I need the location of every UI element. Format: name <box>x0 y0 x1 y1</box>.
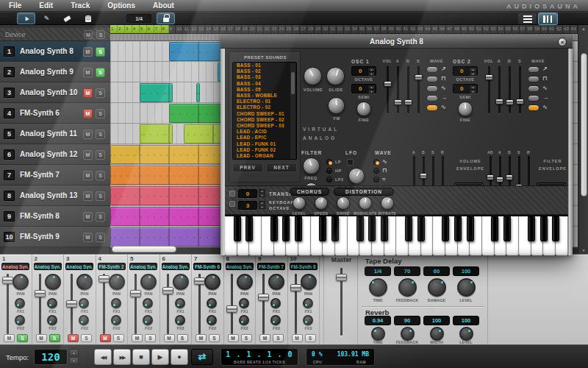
lfo-wave-radio[interactable] <box>373 168 379 174</box>
fx2-send-knob[interactable] <box>239 315 249 325</box>
channel-fader-thumb[interactable] <box>162 287 173 294</box>
slider-thumb[interactable] <box>516 99 524 105</box>
black-key[interactable] <box>295 216 302 241</box>
step-down-icon[interactable]: ▼ <box>470 72 476 76</box>
channel-fader-thumb[interactable] <box>35 290 46 297</box>
stop-button[interactable]: ■ <box>132 349 150 365</box>
black-key[interactable] <box>282 216 290 241</box>
channel-solo-button[interactable]: S <box>113 334 124 342</box>
fx1-send-knob[interactable] <box>270 298 281 308</box>
osc2-wave-button[interactable] <box>528 76 539 82</box>
fx1-send-knob[interactable] <box>175 298 185 308</box>
fx1-send-knob[interactable] <box>207 298 217 308</box>
master-fader[interactable] <box>340 268 343 336</box>
fx1-send-knob[interactable] <box>143 298 153 308</box>
osc1-d-slider[interactable] <box>404 66 412 113</box>
channel-fader-thumb[interactable] <box>290 284 301 291</box>
channel-solo-button[interactable]: S <box>209 334 220 342</box>
rewind-button[interactable]: ◀◀ <box>94 349 112 365</box>
lfo-speed-knob[interactable] <box>348 168 365 184</box>
clip[interactable] <box>140 124 173 144</box>
snap-value-dropdown[interactable]: 1/4 <box>126 14 151 23</box>
channel-fader[interactable] <box>71 274 73 334</box>
channel-mute-button[interactable]: M <box>36 334 47 342</box>
preset-item[interactable]: BASS - 03 <box>233 74 296 80</box>
preset-item[interactable]: ELECTRO - 02 <box>233 105 296 110</box>
channel-fader[interactable] <box>295 274 297 334</box>
tempo-down-icon[interactable]: ▼ <box>69 357 79 364</box>
osc1-wave-button[interactable] <box>426 105 438 111</box>
pan-knob[interactable] <box>76 274 93 290</box>
filter-mode-radio[interactable] <box>326 159 332 165</box>
pan-knob[interactable] <box>45 274 61 290</box>
slider-thumb[interactable] <box>485 74 493 80</box>
preset-item[interactable]: BASS - 01 <box>233 63 296 68</box>
step-up-icon[interactable]: ▲ <box>368 85 375 89</box>
osc1-wave-button[interactable] <box>426 66 438 73</box>
black-key[interactable] <box>245 216 253 241</box>
preset-item[interactable]: BASS - 04 <box>233 81 296 87</box>
black-key[interactable] <box>540 216 548 241</box>
track-row[interactable]: 4FM-Synth 6MS <box>0 103 110 124</box>
track-solo-button[interactable]: S <box>96 47 105 57</box>
osc2-wave-button[interactable] <box>528 95 539 102</box>
osc1-s-slider[interactable] <box>415 66 423 113</box>
channel-mute-button[interactable]: M <box>164 334 175 342</box>
fx2-send-knob[interactable] <box>15 315 25 325</box>
channel-fader[interactable] <box>167 274 169 334</box>
reverb-feedback-knob[interactable] <box>401 327 415 341</box>
track-solo-button[interactable]: S <box>96 150 105 160</box>
loop-toggle-button[interactable]: ⇄ <box>191 349 213 365</box>
distortion-bitrate-knob[interactable] <box>381 197 394 210</box>
track-row[interactable]: 2Analog Synth 9MS <box>0 62 110 82</box>
fx2-send-knob[interactable] <box>143 315 153 325</box>
track-solo-button[interactable]: S <box>96 191 105 201</box>
tape-delay-time-knob[interactable] <box>369 278 387 297</box>
pan-knob[interactable] <box>301 274 317 290</box>
fx1-send-knob[interactable] <box>111 298 121 308</box>
osc1-semi-stepper[interactable]: 0▲▼ <box>351 84 376 93</box>
lfo-wave-radio[interactable] <box>373 159 379 165</box>
slider-thumb[interactable] <box>404 99 412 105</box>
scroll-up-icon[interactable]: ▲ <box>578 26 588 31</box>
track-row[interactable]: 5Analog Synth 11MS <box>0 124 110 144</box>
preset-item[interactable]: LEAD - ACID <box>233 129 296 135</box>
osc2-d-slider[interactable] <box>506 66 514 113</box>
black-key[interactable] <box>331 216 339 241</box>
step-down-icon[interactable]: ▼ <box>368 90 375 93</box>
osc2-wave-button[interactable] <box>528 66 539 73</box>
track-solo-button[interactable]: S <box>96 88 105 98</box>
preset-next-button[interactable]: NEXT <box>266 163 297 172</box>
slider-thumb[interactable] <box>384 81 392 87</box>
pan-knob[interactable] <box>237 274 253 290</box>
osc1-wave-button[interactable] <box>426 95 438 102</box>
select-tool-button[interactable]: ► <box>18 13 35 24</box>
track-mute-button[interactable]: M <box>83 130 93 139</box>
scroll-down-icon[interactable]: ▼ <box>578 248 588 252</box>
black-key[interactable] <box>442 216 449 241</box>
track-mute-button[interactable]: M <box>83 150 93 160</box>
pan-knob[interactable] <box>140 274 157 290</box>
preset-prev-button[interactable]: PREV <box>232 163 263 172</box>
black-key[interactable] <box>356 216 364 241</box>
pan-knob[interactable] <box>173 274 189 290</box>
tape-delay-feedback-knob[interactable] <box>398 278 417 297</box>
osc2-wave-button[interactable] <box>528 105 539 111</box>
slider-thumb[interactable] <box>487 174 494 180</box>
chorus-speed-knob[interactable] <box>315 197 328 210</box>
slider-thumb[interactable] <box>495 99 503 105</box>
tape-delay-level-knob[interactable] <box>457 278 476 297</box>
black-key[interactable] <box>417 216 425 241</box>
transpose-up-icon[interactable]: ▲ <box>259 189 265 193</box>
preset-item[interactable]: LEAD - FUNK 02 <box>233 147 296 153</box>
track-mute-button[interactable]: M <box>83 109 93 118</box>
step-down-icon[interactable]: ▼ <box>368 72 375 76</box>
header-solo-button[interactable]: S <box>96 30 105 39</box>
track-solo-button[interactable]: S <box>96 109 105 118</box>
fx2-send-knob[interactable] <box>303 315 313 325</box>
channel-fader[interactable] <box>231 274 233 334</box>
track-mute-button[interactable]: M <box>83 212 93 222</box>
fx1-send-knob[interactable] <box>303 298 313 308</box>
filter-freq-knob[interactable] <box>303 158 320 174</box>
master-fader-thumb[interactable] <box>336 274 347 281</box>
